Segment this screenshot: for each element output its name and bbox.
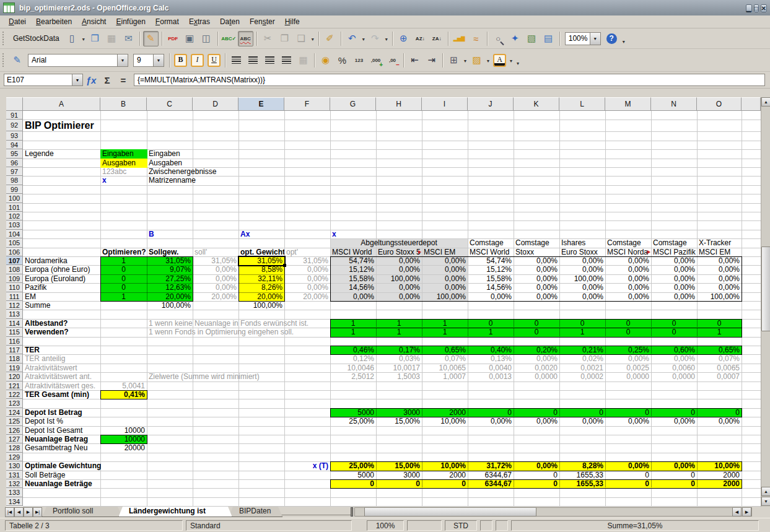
cell-G119[interactable]: 10,0046 bbox=[330, 364, 376, 372]
row-header-102[interactable]: 102 bbox=[6, 212, 23, 220]
cell-K107[interactable]: 0,00% bbox=[514, 256, 559, 265]
cell-M110[interactable]: 0,00% bbox=[605, 283, 651, 292]
row-header-122[interactable]: 122 bbox=[6, 390, 23, 399]
cell-L118[interactable]: 0,02% bbox=[559, 354, 605, 363]
cell-B96[interactable]: Ausgaben bbox=[100, 159, 147, 167]
sheet-tab-3[interactable]: BIPDaten bbox=[229, 507, 282, 517]
cell-D107[interactable]: 31,05% bbox=[193, 256, 238, 265]
cell-A107[interactable]: Nordamerika bbox=[23, 256, 100, 265]
hyperlink-button[interactable]: ⊕ bbox=[396, 31, 411, 46]
cell-M106[interactable]: MSCI Norda bbox=[605, 248, 651, 256]
cell-H109[interactable]: 100,00% bbox=[376, 274, 422, 283]
toolbar-overflow-icon[interactable]: ▾ bbox=[620, 31, 628, 46]
cell-A114[interactable]: Altbestand? bbox=[23, 319, 100, 328]
menu-extras[interactable]: Extras bbox=[184, 16, 215, 27]
toolbar-overflow-icon[interactable]: ▾ bbox=[514, 53, 522, 68]
row-header-105[interactable]: 105 bbox=[6, 238, 23, 247]
cell-N118[interactable]: 0,00% bbox=[651, 354, 697, 363]
cell-O118[interactable]: 0,07% bbox=[697, 354, 742, 363]
row-header-116[interactable]: 116 bbox=[6, 337, 23, 346]
menu-hilfe[interactable]: Hilfe bbox=[280, 16, 305, 27]
cell-G107[interactable]: 54,74% bbox=[330, 256, 376, 265]
cell-L117[interactable]: 0,21% bbox=[559, 346, 605, 354]
scrollbar-splitter[interactable] bbox=[351, 507, 353, 517]
cell-N110[interactable]: 0,00% bbox=[651, 283, 697, 292]
cell-B122[interactable]: 0,41% bbox=[100, 390, 147, 399]
row-header-108[interactable]: 108 bbox=[6, 265, 23, 274]
align-center-button[interactable] bbox=[245, 53, 261, 68]
menu-daten[interactable]: Daten bbox=[215, 16, 245, 27]
cell-H106[interactable]: Euro Stoxx 5 bbox=[376, 248, 422, 256]
cell-O115[interactable]: 1 bbox=[697, 328, 742, 336]
menu-bearbeiten[interactable]: Bearbeiten bbox=[31, 16, 77, 27]
cell-G120[interactable]: 2,5012 bbox=[330, 372, 376, 381]
cell-O130[interactable]: 10,00% bbox=[697, 461, 742, 470]
row-header-133[interactable]: 133 bbox=[6, 488, 23, 497]
cell-J107[interactable]: 54,74% bbox=[468, 256, 514, 265]
vertical-scrollbar[interactable]: ▲▲▼ bbox=[761, 97, 770, 507]
row-header-132[interactable]: 132 bbox=[6, 479, 23, 488]
cell-M115[interactable]: 0 bbox=[605, 328, 651, 336]
cell-M107[interactable]: 0,00% bbox=[605, 256, 651, 265]
cell-M114[interactable]: 0 bbox=[605, 319, 651, 328]
cell-B121[interactable]: 5,0041 bbox=[100, 382, 147, 390]
cell-L114[interactable]: 0 bbox=[559, 319, 605, 328]
function-wizard-button[interactable]: ƒx bbox=[83, 72, 99, 87]
cell-B111[interactable]: 1 bbox=[100, 292, 147, 301]
cell-C106[interactable]: Sollgew. bbox=[147, 248, 193, 256]
cell-H132[interactable]: 0 bbox=[376, 479, 422, 488]
delete-decimal-button[interactable]: ,00 bbox=[385, 53, 400, 68]
cell-C98[interactable]: Matrizenname bbox=[147, 176, 193, 185]
print-button[interactable]: ▣ bbox=[182, 31, 198, 46]
font-size-dropdown-icon[interactable]: ▼ bbox=[153, 55, 164, 66]
cell-M105[interactable]: Comstage bbox=[605, 238, 651, 247]
cell-K109[interactable]: 0,00% bbox=[514, 274, 559, 283]
cell-M132[interactable]: 0 bbox=[605, 479, 651, 488]
cell-I110[interactable]: 0,00% bbox=[422, 283, 468, 292]
row-header-93[interactable]: 93 bbox=[6, 131, 23, 140]
cell-K117[interactable]: 0,20% bbox=[514, 346, 559, 354]
cell-D110[interactable]: 0,00% bbox=[193, 283, 238, 292]
cell-D109[interactable]: 0,00% bbox=[193, 274, 238, 283]
cell-G110[interactable]: 14,56% bbox=[330, 283, 376, 292]
cell-L111[interactable]: 0,00% bbox=[559, 292, 605, 301]
align-justify-button[interactable] bbox=[279, 53, 294, 68]
menu-ansicht[interactable]: Ansicht bbox=[77, 16, 111, 27]
cell-J115[interactable]: 1 bbox=[468, 328, 514, 336]
dropdown-arrow-icon[interactable]: ▼ bbox=[508, 53, 514, 68]
cell-J108[interactable]: 15,12% bbox=[468, 265, 514, 274]
cell-N131[interactable]: 0 bbox=[651, 471, 697, 479]
dropdown-arrow-icon[interactable]: ▼ bbox=[81, 31, 87, 46]
cell-J124[interactable]: 0 bbox=[468, 408, 514, 417]
column-header-B[interactable]: B bbox=[100, 97, 147, 111]
row-header-120[interactable]: 120 bbox=[6, 372, 23, 381]
cell-K120[interactable]: 0,0000 bbox=[514, 372, 559, 381]
cell-I125[interactable]: 10,00% bbox=[422, 417, 468, 425]
number-standard-button[interactable]: 123 bbox=[351, 53, 367, 68]
row-header-109[interactable]: 109 bbox=[6, 274, 23, 283]
cell-I120[interactable]: 1,0007 bbox=[422, 372, 468, 381]
cell-H115[interactable]: 1 bbox=[376, 328, 422, 336]
dropdown-arrow-icon[interactable]: ▼ bbox=[485, 53, 491, 68]
align-right-button[interactable] bbox=[262, 53, 278, 68]
cell-L124[interactable]: 0 bbox=[559, 408, 605, 417]
cell-J118[interactable]: 0,13% bbox=[468, 354, 514, 363]
cell-K119[interactable]: 0,0020 bbox=[514, 364, 559, 372]
cell-J105[interactable]: Comstage bbox=[468, 238, 514, 247]
cell-L106[interactable]: Euro Stoxx bbox=[559, 248, 605, 256]
auto-spellcheck-button[interactable]: ABC bbox=[238, 31, 253, 46]
cell-O119[interactable]: 0,0065 bbox=[697, 364, 742, 372]
cell-C120[interactable]: Zielwerte (Summe wird minimiert) bbox=[147, 372, 330, 381]
row-header-94[interactable]: 94 bbox=[6, 141, 23, 149]
row-header-106[interactable]: 106 bbox=[6, 248, 23, 256]
cell-G125[interactable]: 25,00% bbox=[330, 417, 376, 425]
getstockdata-button[interactable]: GetStockData bbox=[9, 31, 63, 46]
page-preview-button[interactable]: ◫ bbox=[199, 31, 214, 46]
vertical-scrollbar-thumb[interactable] bbox=[761, 246, 770, 331]
row-header-119[interactable]: 119 bbox=[6, 364, 23, 372]
cell-K110[interactable]: 0,00% bbox=[514, 283, 559, 292]
font-size-combo[interactable]: 9▼ bbox=[133, 54, 164, 67]
edit-file-button[interactable]: ✎ bbox=[143, 31, 159, 46]
cell-L109[interactable]: 100,00% bbox=[559, 274, 605, 283]
cell-M111[interactable]: 0,00% bbox=[605, 292, 651, 301]
